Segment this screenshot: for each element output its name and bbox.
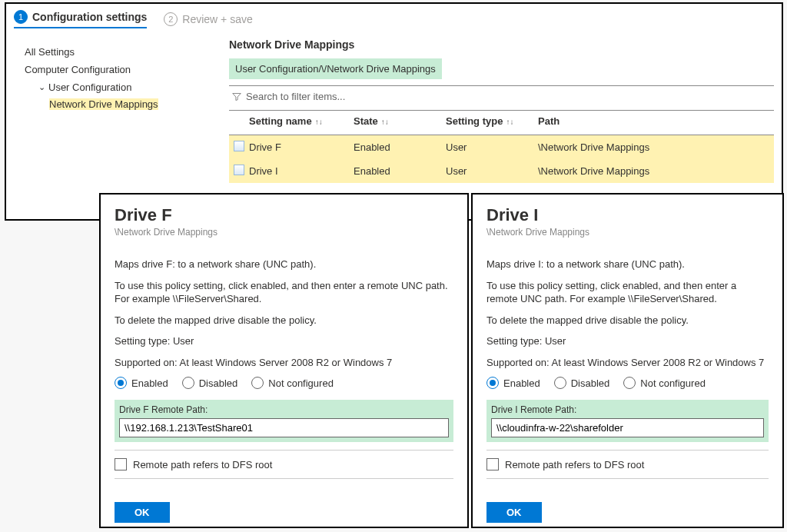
settings-tree: All Settings Computer Configuration ⌄ Us…: [6, 32, 206, 183]
section-title: Network Drive Mappings: [229, 38, 774, 51]
state-radio-group: Enabled Disabled Not configured: [486, 377, 769, 389]
panel-desc3: To delete the mapped drive disable the p…: [486, 314, 769, 328]
panel-desc3: To delete the mapped drive disable the p…: [115, 314, 453, 328]
tree-user-config-label: User Configuration: [48, 81, 131, 93]
tree-network-drive-mappings[interactable]: Network Drive Mappings: [22, 96, 201, 112]
setting-icon: [234, 141, 244, 151]
col-setting-type[interactable]: Setting type↑↓: [446, 115, 538, 127]
divider: [115, 450, 453, 451]
sort-icon: ↑↓: [381, 118, 389, 126]
panel-title: Drive I: [486, 205, 769, 225]
radio-not-configured[interactable]: Not configured: [623, 377, 706, 389]
radio-icon: [182, 377, 194, 389]
divider: [486, 450, 769, 451]
state-radio-group: Enabled Disabled Not configured: [115, 377, 453, 389]
panel-desc1: Maps drive F: to a network share (UNC pa…: [115, 258, 453, 271]
row1-type: User: [446, 165, 538, 177]
remote-path-block: Drive I Remote Path:: [486, 400, 769, 442]
tree-user-config[interactable]: ⌄ User Configuration: [22, 78, 201, 96]
dfs-label: Remote path refers to DFS root: [133, 459, 272, 470]
panel-title: Drive F: [115, 205, 453, 225]
remote-path-block: Drive F Remote Path:: [115, 400, 453, 442]
config-window: 1 Configuration settings 2 Review + save…: [5, 2, 783, 221]
row0-type: User: [446, 141, 538, 153]
remote-path-input[interactable]: [491, 418, 764, 437]
row1-state: Enabled: [354, 165, 446, 177]
col-state[interactable]: State↑↓: [354, 115, 446, 127]
table-row[interactable]: Drive F Enabled User \Network Drive Mapp…: [229, 135, 774, 159]
radio-icon: [115, 377, 127, 389]
dfs-checkbox[interactable]: Remote path refers to DFS root: [115, 458, 453, 470]
filter-icon: [232, 92, 241, 101]
ok-button[interactable]: OK: [115, 502, 170, 523]
remote-path-input[interactable]: [119, 418, 449, 437]
row1-path: \Network Drive Mappings: [538, 165, 774, 177]
chevron-down-icon: ⌄: [38, 82, 45, 92]
divider: [115, 478, 453, 479]
radio-disabled[interactable]: Disabled: [554, 377, 610, 389]
panel-setting-type: Setting type: User: [115, 334, 453, 348]
col-setting-name[interactable]: Setting name↑↓: [249, 115, 354, 127]
tree-ndm-label: Network Drive Mappings: [49, 98, 158, 110]
panel-desc2: To use this policy setting, click enable…: [486, 279, 769, 306]
tree-computer-config[interactable]: Computer Configuration: [22, 61, 201, 78]
drive-i-panel: Drive I \Network Drive Mappings Maps dri…: [471, 193, 784, 528]
panel-desc2: To use this policy setting, click enable…: [115, 279, 453, 306]
radio-icon: [486, 377, 499, 389]
step-review-save[interactable]: 2 Review + save: [164, 12, 252, 26]
step1-number-icon: 1: [14, 10, 28, 24]
panel-setting-type: Setting type: User: [486, 334, 769, 348]
panel-desc1: Maps drive I: to a network share (UNC pa…: [486, 258, 769, 271]
breadcrumb: User Configuration/\/Network Drive Mappi…: [229, 58, 442, 79]
radio-enabled[interactable]: Enabled: [486, 377, 540, 389]
panel-supported: Supported on: At least Windows Server 20…: [486, 356, 769, 370]
dfs-label: Remote path refers to DFS root: [505, 459, 644, 470]
row0-path: \Network Drive Mappings: [538, 141, 774, 153]
radio-icon: [623, 377, 636, 389]
radio-enabled[interactable]: Enabled: [115, 377, 168, 389]
search-placeholder: Search to filter items...: [246, 91, 345, 102]
table-row[interactable]: Drive I Enabled User \Network Drive Mapp…: [229, 159, 774, 183]
settings-table-header: Setting name↑↓ State↑↓ Setting type↑↓ Pa…: [229, 111, 774, 131]
setting-icon: [234, 165, 244, 175]
panel-supported: Supported on: At least Windows Server 20…: [115, 356, 453, 370]
step2-number-icon: 2: [164, 12, 178, 26]
dfs-checkbox[interactable]: Remote path refers to DFS root: [486, 458, 769, 470]
sort-icon: ↑↓: [315, 118, 323, 126]
radio-icon: [251, 377, 264, 389]
wizard-steps: 1 Configuration settings 2 Review + save: [6, 4, 782, 32]
ok-button[interactable]: OK: [486, 502, 542, 523]
checkbox-icon: [115, 458, 127, 470]
step1-label: Configuration settings: [32, 11, 147, 23]
row1-name: Drive I: [249, 165, 354, 177]
step-config-settings[interactable]: 1 Configuration settings: [14, 10, 147, 28]
sort-icon: ↑↓: [506, 118, 513, 126]
row0-state: Enabled: [354, 141, 446, 153]
step2-label: Review + save: [182, 13, 252, 25]
radio-icon: [554, 377, 566, 389]
col-path[interactable]: Path: [538, 115, 774, 127]
panel-subpath: \Network Drive Mappings: [486, 227, 769, 238]
remote-path-label: Drive I Remote Path:: [491, 404, 764, 415]
divider: [486, 478, 769, 479]
row0-name: Drive F: [249, 141, 354, 153]
radio-disabled[interactable]: Disabled: [182, 377, 238, 389]
drive-f-panel: Drive F \Network Drive Mappings Maps dri…: [99, 193, 469, 528]
radio-not-configured[interactable]: Not configured: [251, 377, 334, 389]
settings-main: Network Drive Mappings User Configuratio…: [206, 32, 782, 183]
search-filter[interactable]: Search to filter items...: [229, 86, 774, 107]
tree-all-settings[interactable]: All Settings: [22, 43, 201, 61]
remote-path-label: Drive F Remote Path:: [119, 404, 449, 415]
panel-subpath: \Network Drive Mappings: [115, 227, 453, 238]
checkbox-icon: [486, 458, 499, 470]
